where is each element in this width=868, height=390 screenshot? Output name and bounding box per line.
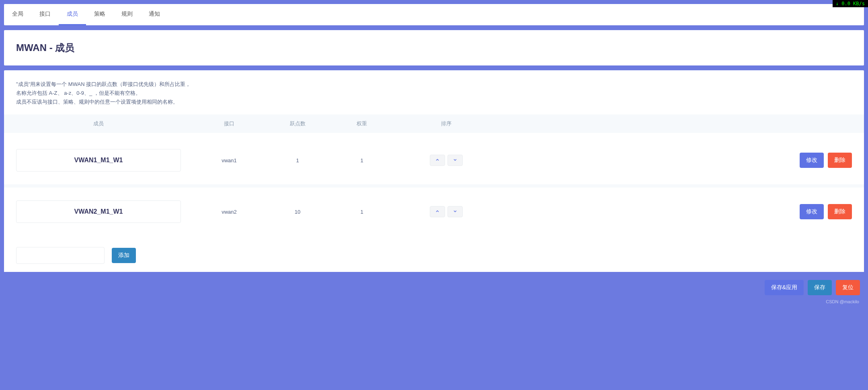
watermark: CSDN @mackilo [4,299,864,306]
delete-button[interactable]: 删除 [828,204,852,219]
footer-actions: 保存&应用 保存 复位 [4,272,864,299]
cell-hop: 1 [265,157,330,163]
tab-bar: 全局 接口 成员 策略 规则 通知 [4,4,864,25]
sort-up-button[interactable] [430,206,445,217]
col-header-name: 成员 [4,120,193,127]
description-line: 名称允许包括 A-Z、 a-z、0-9、_ ，但是不能有空格。 [16,89,852,98]
cell-weight: 1 [330,209,394,215]
delete-button[interactable]: 删除 [828,153,852,168]
page-title-card: MWAN - 成员 [4,30,864,65]
add-button[interactable]: 添加 [112,248,136,263]
add-name-input[interactable] [16,247,105,264]
chevron-up-icon [435,209,440,215]
col-header-iface: 接口 [193,120,265,127]
sort-down-button[interactable] [447,206,463,217]
chevron-up-icon [435,157,440,163]
cell-iface: vwan2 [193,209,265,215]
save-button[interactable]: 保存 [808,280,832,295]
col-header-sort: 排序 [394,120,499,127]
tab-global[interactable]: 全局 [4,4,31,25]
col-header-weight: 权重 [330,120,394,127]
cell-iface: vwan1 [193,157,265,163]
speed-indicator: ↓ 0.0 KB/s [833,0,868,7]
page-title: MWAN - 成员 [16,41,852,54]
description-line: 成员不应该与接口、策略、规则中的任意一个设置项使用相同的名称。 [16,98,852,106]
table-header: 成员 接口 跃点数 权重 排序 [4,114,864,133]
content-card: "成员"用来设置每一个 MWAN 接口的跃点数（即接口优先级）和所占比重， 名称… [4,70,864,272]
tab-policy[interactable]: 策略 [86,4,113,25]
sort-down-button[interactable] [447,155,463,166]
chevron-down-icon [453,209,458,215]
cell-hop: 10 [265,209,330,215]
table-body: VWAN1_M1_W1 vwan1 1 1 修改 [4,136,864,236]
tab-member[interactable]: 成员 [59,4,86,25]
edit-button[interactable]: 修改 [800,153,824,168]
col-header-actions [499,120,864,127]
cell-weight: 1 [330,157,394,163]
chevron-down-icon [453,157,458,163]
save-apply-button[interactable]: 保存&应用 [765,280,804,295]
tab-rule[interactable]: 规则 [113,4,141,25]
col-header-hop: 跃点数 [265,120,330,127]
tab-notify[interactable]: 通知 [141,4,168,25]
member-name-box: VWAN1_M1_W1 [16,149,181,172]
member-name-box: VWAN2_M1_W1 [16,200,181,223]
sort-up-button[interactable] [430,155,445,166]
tab-interface[interactable]: 接口 [31,4,59,25]
table-row: VWAN1_M1_W1 vwan1 1 1 修改 [4,136,864,184]
reset-button[interactable]: 复位 [836,280,860,295]
table-row: VWAN2_M1_W1 vwan2 10 1 修改 [4,188,864,236]
add-section: 添加 [4,239,864,272]
description-line: "成员"用来设置每一个 MWAN 接口的跃点数（即接口优先级）和所占比重， [16,80,852,89]
description: "成员"用来设置每一个 MWAN 接口的跃点数（即接口优先级）和所占比重， 名称… [4,70,864,114]
edit-button[interactable]: 修改 [800,204,824,219]
